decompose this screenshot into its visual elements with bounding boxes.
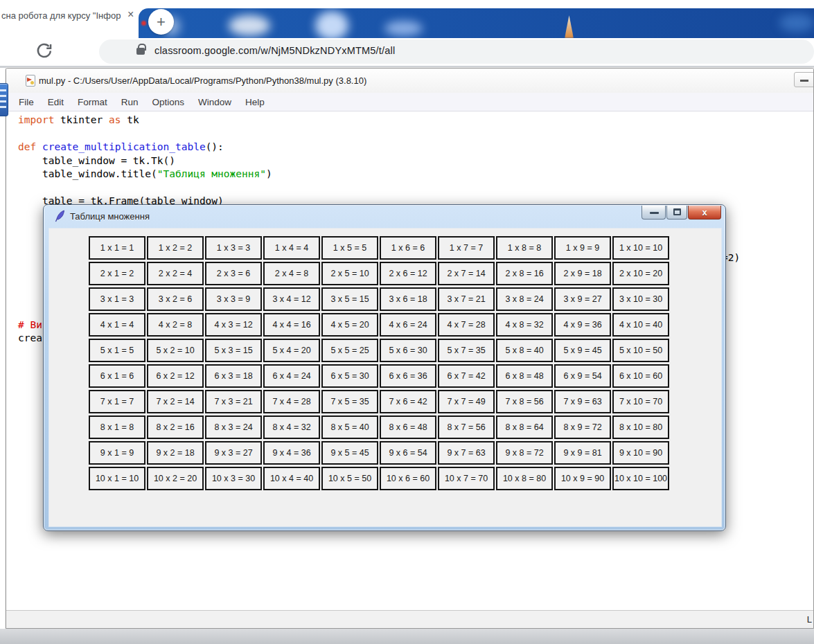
reload-icon[interactable] <box>35 42 53 60</box>
idle-minimize-button[interactable] <box>794 72 814 87</box>
table-cell: 1 x 4 = 4 <box>263 236 320 260</box>
idle-window-title: mul.py - C:/Users/User/AppData/Local/Pro… <box>39 75 366 86</box>
table-cell: 6 x 4 = 24 <box>263 364 320 388</box>
table-cell: 1 x 6 = 6 <box>380 236 436 260</box>
table-cell: 1 x 7 = 7 <box>438 236 495 260</box>
table-cell: 7 x 10 = 70 <box>612 390 669 413</box>
table-cell: 1 x 1 = 1 <box>89 236 145 260</box>
table-cell: 2 x 3 = 6 <box>205 262 262 285</box>
browser-tab-title[interactable]: сна робота для курсу "Інфор <box>1 10 127 21</box>
table-cell: 10 x 4 = 40 <box>263 467 320 490</box>
menu-window[interactable]: Window <box>191 97 238 107</box>
idle-statusbar: L <box>6 610 813 628</box>
table-cell: 5 x 7 = 35 <box>438 339 495 362</box>
table-cell: 5 x 10 = 50 <box>612 339 669 362</box>
table-cell: 4 x 6 = 24 <box>380 313 436 337</box>
table-cell: 10 x 1 = 10 <box>89 467 145 490</box>
table-cell: 5 x 9 = 45 <box>554 339 611 362</box>
table-cell: 1 x 3 = 3 <box>205 236 262 260</box>
table-cell: 3 x 4 = 12 <box>263 287 320 311</box>
tk-close-button[interactable]: x <box>688 206 721 220</box>
table-cell: 6 x 9 = 54 <box>554 364 611 388</box>
code-line: table_window = tk.Tk() <box>18 155 272 169</box>
table-cell: 9 x 10 = 90 <box>612 441 669 465</box>
table-cell: 6 x 3 = 18 <box>205 364 262 388</box>
table-cell: 3 x 8 = 24 <box>496 287 553 311</box>
new-tab-button[interactable]: + <box>148 9 174 35</box>
table-cell: 3 x 7 = 21 <box>438 287 495 311</box>
blur-blob <box>229 15 270 36</box>
table-cell: 10 x 3 = 30 <box>205 467 262 490</box>
tk-minimize-button[interactable] <box>642 206 666 220</box>
tab-close-icon[interactable]: × <box>127 8 134 21</box>
table-cell: 5 x 5 = 25 <box>321 339 378 362</box>
tk-titlebar[interactable]: Таблиця множення x <box>44 205 725 228</box>
table-cell: 2 x 7 = 14 <box>438 262 495 285</box>
table-cell: 8 x 5 = 40 <box>321 415 378 439</box>
table-cell: 3 x 2 = 6 <box>147 287 204 311</box>
idle-titlebar[interactable]: mul.py - C:/Users/User/AppData/Local/Pro… <box>6 69 813 93</box>
table-cell: 3 x 10 = 30 <box>612 287 669 311</box>
table-cell: 10 x 5 = 50 <box>321 467 378 490</box>
table-cell: 6 x 1 = 6 <box>89 364 145 388</box>
table-cell: 3 x 6 = 18 <box>380 287 436 311</box>
menu-format[interactable]: Format <box>71 97 114 107</box>
desktop-bottom-strip <box>0 629 814 644</box>
table-cell: 6 x 10 = 60 <box>612 364 669 388</box>
menu-file[interactable]: File <box>12 97 41 107</box>
table-cell: 3 x 1 = 3 <box>89 287 145 311</box>
table-cell: 1 x 2 = 2 <box>147 236 204 260</box>
table-cell: 8 x 6 = 48 <box>380 415 436 439</box>
table-cell: 1 x 10 = 10 <box>612 236 669 260</box>
table-cell: 9 x 1 = 9 <box>89 441 145 465</box>
url-bar[interactable]: classroom.google.com/w/NjM5NDkzNDYxMTM5/… <box>99 39 814 64</box>
tk-maximize-button[interactable] <box>666 206 687 220</box>
table-cell: 9 x 5 = 45 <box>321 441 378 465</box>
table-cell: 7 x 9 = 63 <box>554 390 611 413</box>
table-cell: 2 x 5 = 10 <box>321 262 378 285</box>
maximize-icon <box>673 208 681 215</box>
table-cell: 1 x 5 = 5 <box>321 236 378 260</box>
code-line: table_window.title("Таблиця множення") <box>18 168 272 182</box>
table-cell: 5 x 3 = 15 <box>205 339 262 362</box>
table-cell: 2 x 8 = 16 <box>496 262 553 285</box>
blur-blob <box>779 14 814 32</box>
table-cell: 4 x 5 = 20 <box>321 313 378 337</box>
table-cell: 6 x 7 = 42 <box>438 364 495 388</box>
table-cell: 2 x 6 = 12 <box>380 262 436 285</box>
minimize-icon <box>800 80 808 82</box>
blur-blob <box>315 11 348 38</box>
code-line: def create_multiplication_table(): <box>18 141 272 155</box>
table-cell: 5 x 4 = 20 <box>263 339 320 362</box>
table-cell: 4 x 1 = 4 <box>89 313 145 337</box>
tk-window: Таблиця множення x 1 x 1 = 11 x 2 = 21 x… <box>43 204 726 531</box>
code-fragment-comment: # Ви <box>18 319 42 330</box>
table-cell: 10 x 10 = 100 <box>612 467 669 490</box>
table-cell: 4 x 8 = 32 <box>496 313 553 337</box>
table-cell: 10 x 2 = 20 <box>147 467 204 490</box>
table-cell: 4 x 3 = 12 <box>205 313 262 337</box>
url-text[interactable]: classroom.google.com/w/NjM5NDkzNDYxMTM5/… <box>154 45 395 56</box>
table-cell: 4 x 7 = 28 <box>438 313 495 337</box>
table-cell: 4 x 9 = 36 <box>554 313 611 337</box>
table-cell: 2 x 2 = 4 <box>147 262 204 285</box>
menu-options[interactable]: Options <box>145 97 192 107</box>
menu-edit[interactable]: Edit <box>41 97 71 107</box>
table-cell: 7 x 2 = 14 <box>147 390 204 413</box>
menu-help[interactable]: Help <box>238 97 272 107</box>
table-cell: 8 x 10 = 80 <box>612 415 669 439</box>
table-cell: 1 x 8 = 8 <box>496 236 553 260</box>
table-cell: 9 x 7 = 63 <box>438 441 495 465</box>
menu-run[interactable]: Run <box>114 97 145 107</box>
tk-window-title: Таблиця множення <box>70 211 150 222</box>
tk-window-controls: x <box>642 206 721 220</box>
code-lines: import tkinter as tk def create_multipli… <box>18 114 272 209</box>
docked-document-icon[interactable] <box>0 83 8 116</box>
lock-icon[interactable] <box>136 48 145 55</box>
table-cell: 9 x 3 = 27 <box>205 441 262 465</box>
minimize-icon <box>650 212 659 214</box>
table-cell: 6 x 2 = 12 <box>147 364 204 388</box>
table-cell: 7 x 5 = 35 <box>321 390 378 413</box>
table-cell: 8 x 9 = 72 <box>554 415 611 439</box>
blur-blob <box>384 21 423 36</box>
